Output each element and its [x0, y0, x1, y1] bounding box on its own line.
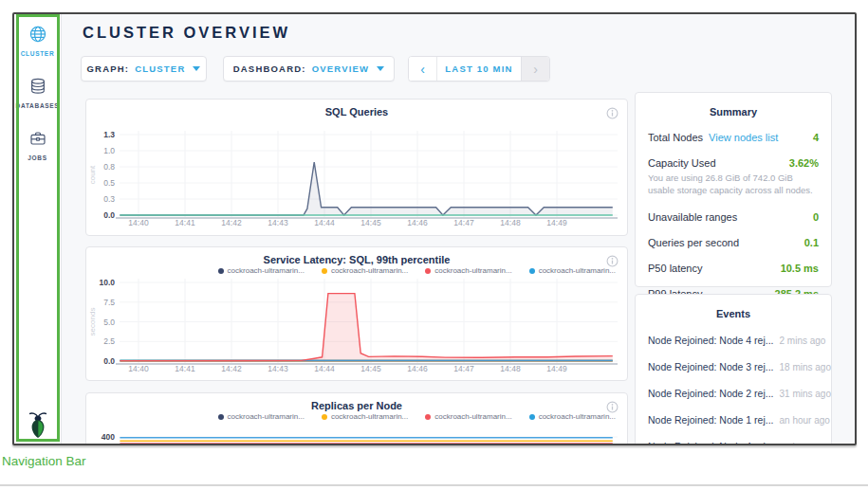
- event-row[interactable]: Node Rejoined: Node 2 rej...31 mins ago: [648, 388, 819, 399]
- x-tick-label: 14:46: [407, 218, 428, 227]
- globe-icon: [28, 25, 47, 47]
- y-tick-label: 7.5: [103, 298, 115, 307]
- legend-dot: [529, 268, 535, 274]
- y-tick-label: 0.3: [103, 194, 115, 204]
- summary-row-label: Capacity Used: [648, 157, 716, 169]
- x-tick-label: 14:49: [546, 218, 567, 227]
- summary-row: Capacity Used3.62%: [648, 157, 819, 169]
- event-time: 18 mins ago: [780, 362, 831, 372]
- x-tick-label: 14:49: [546, 364, 567, 373]
- legend-dot: [218, 268, 224, 274]
- chart-legend: cockroach-ultramarin...cockroach-ultrama…: [218, 266, 616, 275]
- event-name: Node Rejoined: Node 2 rej...: [648, 388, 774, 399]
- dashboard-dropdown-label: DASHBOARD:: [233, 64, 306, 74]
- event-row[interactable]: Node Rejoined: Node 1 rej...an hour ago: [648, 414, 819, 426]
- summary-row-label: Unavailable ranges: [648, 211, 737, 223]
- chart-plot: 0.00.30.50.81.01.314:4014:4114:4214:4314…: [86, 100, 627, 237]
- summary-row: Queries per second0.1: [648, 237, 819, 248]
- briefcase-icon: [28, 129, 47, 152]
- chart-legend: cockroach-ultramarin...cockroach-ultrama…: [218, 412, 616, 421]
- summary-row-label: P50 latency: [648, 263, 702, 274]
- legend-dot: [425, 268, 431, 274]
- x-tick-label: 14:44: [314, 364, 335, 373]
- y-tick-label: 0.0: [103, 210, 115, 220]
- series-line-sql-queries: [120, 162, 612, 215]
- graph-dropdown-value: CLUSTER: [135, 64, 185, 74]
- legend-dot: [425, 414, 431, 420]
- summary-rows: Total NodesView nodes list4Capacity Used…: [636, 132, 831, 299]
- y-axis-label: count: [88, 165, 97, 184]
- time-range-label[interactable]: LAST 10 MIN: [437, 57, 521, 81]
- chart-card-replicas-per-node: Replicas per Node cockroach-ultramarin..…: [85, 392, 628, 445]
- annotation-caption: Navigation Bar: [2, 454, 86, 468]
- x-tick-label: 14:44: [314, 218, 335, 227]
- x-tick-label: 14:45: [360, 218, 381, 227]
- summary-row-label: Queries per second: [648, 237, 739, 248]
- x-tick-label: 14:48: [500, 364, 521, 373]
- x-tick-label: 14:43: [268, 364, 288, 373]
- summary-row-description: You are using 26.8 GiB of 742.0 GiB usab…: [648, 172, 819, 197]
- summary-panel: Summary Total NodesView nodes list4Capac…: [635, 92, 832, 287]
- event-name: Node Rejoined: Node 4 rej...: [648, 335, 774, 346]
- event-row[interactable]: Node Rejoined: Node 3 rej...18 mins ago: [648, 361, 819, 372]
- series-line-cockroach-ultramarine-red: [120, 294, 612, 361]
- bottom-divider: [0, 484, 868, 486]
- summary-row-label: Total Nodes: [648, 132, 703, 143]
- events-panel: Events Node Rejoined: Node 4 rej...2 min…: [635, 294, 832, 445]
- legend-item: cockroach-ultramarin...: [425, 266, 511, 275]
- x-tick-label: 14:46: [407, 364, 428, 373]
- y-tick-label: 0.8: [103, 162, 115, 172]
- summary-title: Summary: [636, 106, 831, 118]
- summary-row-value: 0: [813, 211, 819, 223]
- summary-row: P50 latency10.5 ms: [648, 263, 819, 274]
- view-nodes-list-link[interactable]: View nodes list: [709, 132, 778, 143]
- legend-item: cockroach-ultramarin...: [218, 266, 305, 275]
- legend-item: cockroach-ultramarin...: [529, 266, 616, 275]
- events-title: Events: [636, 308, 831, 319]
- y-tick-label: 10.0: [99, 278, 115, 287]
- dashboard-dropdown-value: OVERVIEW: [312, 64, 370, 74]
- sidebar-item-jobs[interactable]: JOBS: [14, 118, 61, 171]
- summary-row-value: 0.1: [804, 237, 819, 248]
- summary-row: Unavailable ranges0: [648, 211, 819, 223]
- event-time: 2 mins ago: [780, 336, 826, 346]
- y-tick-label: 0.0: [103, 356, 115, 366]
- app-window: CLUSTERDATABASESJOBS CLUSTER OVERVIEW GR…: [12, 12, 857, 445]
- y-tick-label: 2.5: [103, 336, 115, 346]
- chart-card-service-latency: Service Latency: SQL, 99th percentile co…: [85, 246, 628, 381]
- graph-dropdown[interactable]: GRAPH: CLUSTER: [81, 56, 207, 82]
- time-range-prev-button[interactable]: ‹: [409, 57, 437, 81]
- y-tick-label: 400: [102, 432, 115, 442]
- x-tick-label: 14:47: [453, 364, 474, 373]
- legend-item: cockroach-ultramarin...: [322, 266, 408, 275]
- summary-row-value: 4: [813, 132, 819, 143]
- y-axis-label: seconds: [88, 308, 97, 336]
- page: CLUSTERDATABASESJOBS CLUSTER OVERVIEW GR…: [0, 0, 868, 490]
- sidebar-item-label: JOBS: [28, 154, 47, 161]
- legend-item: cockroach-ultramarin...: [529, 412, 616, 421]
- sidebar-item-label: CLUSTER: [21, 50, 55, 57]
- time-range-next-button[interactable]: ›: [521, 57, 549, 81]
- sidebar-item-cluster[interactable]: CLUSTER: [14, 14, 61, 66]
- event-name: Node Rejoined: Node 4 rej...: [648, 441, 774, 445]
- sidebar-item-databases[interactable]: DATABASES: [14, 66, 61, 118]
- navigation-sidebar: CLUSTERDATABASESJOBS: [14, 14, 62, 444]
- graph-dropdown-label: GRAPH:: [87, 64, 130, 74]
- event-name: Node Rejoined: Node 3 rej...: [648, 361, 774, 372]
- y-tick-label: 5.0: [103, 318, 115, 327]
- x-tick-label: 14:41: [175, 364, 195, 373]
- x-tick-label: 14:40: [128, 218, 149, 227]
- dashboard-dropdown[interactable]: DASHBOARD: OVERVIEW: [223, 56, 395, 82]
- cockroachdb-logo[interactable]: [14, 410, 61, 439]
- sidebar-nav: CLUSTERDATABASESJOBS: [14, 14, 61, 171]
- chevron-down-icon: [193, 66, 200, 71]
- time-range-selector: ‹ LAST 10 MIN ›: [408, 56, 550, 82]
- legend-dot: [322, 414, 327, 420]
- chart-card-sql-queries: SQL Queries 0.00.30.50.81.01.314:4014:41…: [85, 99, 628, 236]
- summary-row-value: 3.62%: [789, 157, 819, 169]
- event-row[interactable]: Node Rejoined: Node 4 rej...2 mins ago: [648, 335, 819, 346]
- event-name: Node Rejoined: Node 1 rej...: [648, 414, 774, 426]
- legend-dot: [322, 268, 327, 274]
- event-row[interactable]: Node Rejoined: Node 4 rej...an hour ago: [648, 441, 819, 445]
- x-tick-label: 14:41: [175, 218, 195, 227]
